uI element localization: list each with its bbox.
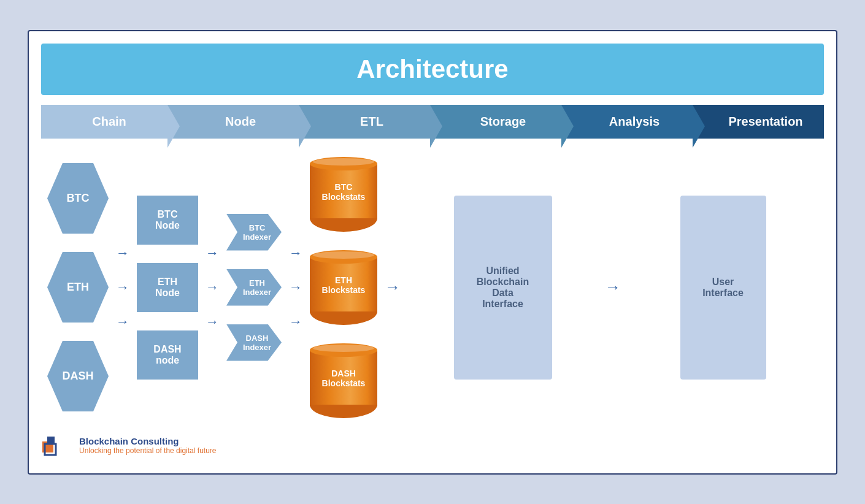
arrow-col-1: → → → — [115, 245, 131, 330]
db-dash: DASHBlockstats — [310, 343, 377, 418]
col-etl: BTCIndexer ETHIndexer DASHIndexer — [226, 214, 282, 361]
col-chain: BTC ETH DASH — [47, 163, 109, 411]
hex-btc: BTC — [47, 163, 109, 234]
db-eth-body: ETHBlockstats — [310, 258, 377, 313]
indexer-btc: BTCIndexer — [226, 214, 282, 251]
db-btc-body: BTCBlockstats — [310, 164, 377, 220]
arrow-btc-3: → — [288, 245, 304, 261]
header-title: Architecture — [356, 55, 508, 83]
hex-dash: DASH — [47, 341, 109, 411]
db-dash-top — [310, 343, 377, 357]
arrow-col-3: → → → — [288, 245, 304, 330]
chevron-node: Node — [167, 105, 299, 139]
node-dash: DASHnode — [137, 330, 198, 380]
indexer-dash: DASHIndexer — [226, 324, 282, 361]
arrow-dash-3: → — [288, 314, 304, 330]
diagram-area: BTC ETH DASH → → → BTCNode ETHNode DASHn… — [41, 151, 824, 424]
db-btc-bottom — [310, 218, 377, 232]
arrow-btc-1: → — [115, 245, 131, 261]
arrow-to-presentation: → — [604, 278, 622, 297]
node-eth: ETHNode — [137, 263, 198, 312]
main-container: Architecture Chain Node ETL Storage Anal… — [28, 30, 837, 475]
chevron-storage: Storage — [430, 105, 561, 139]
db-dash-bottom — [310, 405, 377, 418]
logo-rect-blue — [47, 437, 55, 444]
arrow-btc-2: → — [204, 245, 220, 261]
analysis-box: Unified Blockchain Data Interface — [454, 196, 552, 380]
footer: Blockchain Consulting Unlocking the pote… — [41, 424, 824, 461]
chevron-chain: Chain — [41, 105, 167, 139]
arrow-dash-1: → — [115, 314, 131, 330]
col-analysis: Unified Blockchain Data Interface — [408, 196, 598, 380]
chevron-presentation: Presentation — [693, 105, 824, 139]
logo-svg — [41, 430, 72, 461]
architecture-header: Architecture — [41, 44, 824, 95]
arrow-eth-3: → — [288, 280, 304, 296]
db-eth-top — [310, 250, 377, 264]
db-eth-bottom — [310, 311, 377, 325]
footer-text: Blockchain Consulting Unlocking the pote… — [79, 436, 216, 455]
arrow-col-4: → — [383, 196, 402, 380]
col-presentation: User Interface — [628, 196, 818, 380]
arrow-eth-2: → — [204, 280, 220, 296]
db-dash-body: DASHBlockstats — [310, 351, 377, 406]
db-btc-top — [310, 157, 377, 170]
node-btc: BTCNode — [137, 196, 198, 245]
col-node: BTCNode ETHNode DASHnode — [137, 196, 198, 380]
hex-eth: ETH — [47, 252, 109, 323]
company-logo — [41, 430, 72, 461]
indexer-eth: ETHIndexer — [226, 269, 282, 306]
arrow-col-2: → → → — [204, 245, 220, 330]
db-btc: BTCBlockstats — [310, 157, 377, 232]
arrow-eth-1: → — [115, 280, 131, 296]
presentation-box: User Interface — [680, 196, 766, 380]
chevron-etl: ETL — [299, 105, 430, 139]
arrow-to-analysis: → — [383, 278, 402, 297]
arrow-dash-2: → — [204, 314, 220, 330]
company-tagline: Unlocking the potential of the digital f… — [79, 446, 216, 455]
chevron-analysis: Analysis — [561, 105, 693, 139]
arrow-col-5: → — [604, 196, 622, 380]
db-eth: ETHBlockstats — [310, 250, 377, 325]
col-storage: BTCBlockstats ETHBlockstats DASHBlocksta… — [310, 157, 377, 418]
chevron-row: Chain Node ETL Storage Analysis Presenta… — [41, 105, 824, 139]
company-name: Blockchain Consulting — [79, 436, 216, 446]
